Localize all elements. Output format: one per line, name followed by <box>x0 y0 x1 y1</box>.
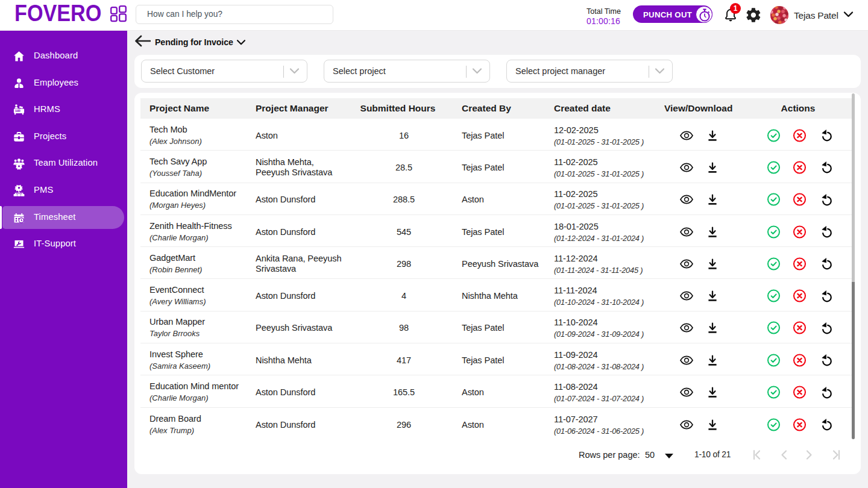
svg-text:HR: HR <box>16 110 21 113</box>
